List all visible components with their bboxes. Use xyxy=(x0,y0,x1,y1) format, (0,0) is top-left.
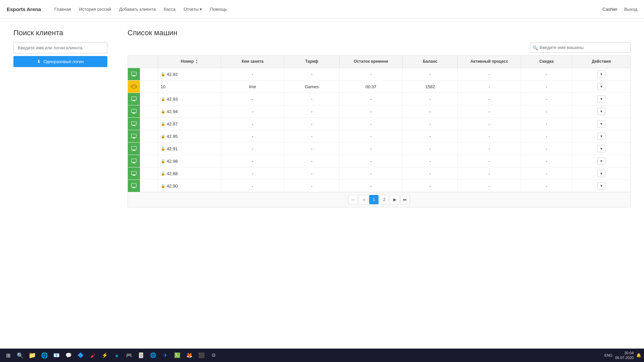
cell-occupied-by: - xyxy=(221,118,284,130)
svg-rect-26 xyxy=(133,163,136,163)
nav-logout[interactable]: Выход xyxy=(624,7,637,12)
page-2-btn[interactable]: 2 xyxy=(380,195,389,204)
lock-icon: 🔒 xyxy=(161,122,165,126)
svg-rect-30 xyxy=(132,184,137,187)
actions-cell[interactable]: ▾ xyxy=(572,118,630,130)
actions-cell[interactable]: ▾ xyxy=(572,93,630,105)
app7-icon[interactable]: 🎮 xyxy=(123,350,134,361)
actions-cell[interactable]: ▾ xyxy=(572,180,630,192)
cell-discount: - xyxy=(521,93,572,105)
nav-home[interactable]: Главная xyxy=(51,5,74,14)
taskbar-time: 20:04 xyxy=(615,351,634,355)
machine-search-input[interactable] xyxy=(530,42,631,53)
cell-balance: - xyxy=(402,143,458,155)
app9-icon[interactable]: 💹 xyxy=(172,350,183,361)
actions-cell[interactable]: ▾ xyxy=(572,81,630,93)
client-search-input[interactable] xyxy=(13,42,107,53)
actions-cell[interactable]: ▾ xyxy=(572,155,630,167)
expand-row-button[interactable]: ▾ xyxy=(597,95,605,103)
actions-cell[interactable]: ▾ xyxy=(572,105,630,118)
search-taskbar-icon[interactable]: 🔍 xyxy=(15,350,26,361)
cell-active-process: - xyxy=(458,167,521,180)
cell-time-left: - xyxy=(339,93,402,105)
cell-active-process: - xyxy=(458,155,521,167)
cell-tariff: - xyxy=(284,68,340,81)
actions-cell[interactable]: ▾ xyxy=(572,143,630,155)
actions-cell[interactable]: ▾ xyxy=(572,130,630,143)
svg-rect-23 xyxy=(133,150,136,151)
expand-row-button[interactable]: ▾ xyxy=(597,182,605,190)
cell-occupied-by: - xyxy=(221,180,284,192)
expand-row-button[interactable]: ▾ xyxy=(597,157,605,165)
nav-add-client[interactable]: Добавить клиента xyxy=(116,5,159,14)
expand-row-button[interactable]: ▾ xyxy=(597,145,605,152)
page-last-btn[interactable]: ⏭ xyxy=(400,195,410,204)
page-1-btn[interactable]: 1 xyxy=(369,195,379,204)
machine-icon-cell xyxy=(128,93,158,105)
outlook-icon[interactable]: 📧 xyxy=(51,350,62,361)
cell-tariff: - xyxy=(284,167,340,180)
cell-discount: - xyxy=(521,105,572,118)
expand-row-button[interactable]: ▾ xyxy=(597,70,605,78)
actions-cell[interactable]: ▾ xyxy=(572,167,630,180)
machine-number: 🔒42.98 xyxy=(158,155,221,167)
nav-sessions[interactable]: История сессий xyxy=(76,5,114,14)
brand: Esports Arena xyxy=(7,6,41,12)
cell-balance: - xyxy=(402,118,458,130)
cell-active-process: - xyxy=(458,68,521,81)
terminal-icon[interactable]: ⬛ xyxy=(196,350,207,361)
nav-help[interactable]: Помощь xyxy=(207,5,230,14)
skype-icon[interactable]: 💬 xyxy=(63,350,74,361)
machine-list-title: Список машин xyxy=(128,29,631,37)
network-icon[interactable]: 🌐 xyxy=(148,350,158,361)
machine-number: 🔒42.93 xyxy=(158,93,221,105)
lock-icon: 🔒 xyxy=(161,134,165,139)
page-next-btn[interactable]: ▶ xyxy=(390,195,399,204)
nav-reports[interactable]: Отчеты ▾ xyxy=(180,5,205,14)
col-tariff: Тариф xyxy=(284,56,340,68)
nav-username: Cashier xyxy=(602,7,617,12)
page-first-btn[interactable]: ⏮ xyxy=(348,195,358,204)
cell-balance: - xyxy=(402,130,458,143)
vs-icon[interactable]: 🔷 xyxy=(75,350,86,361)
cell-tariff: - xyxy=(284,180,340,192)
page-prev-btn[interactable]: ◀ xyxy=(359,195,368,204)
paint-icon[interactable]: 🖌 xyxy=(87,350,98,361)
col-number[interactable]: Номер ▲▼ xyxy=(158,56,221,68)
svg-rect-2 xyxy=(133,76,136,76)
expand-row-button[interactable]: ▾ xyxy=(597,120,605,127)
cell-time-left: - xyxy=(339,155,402,167)
col-occupied-by: Кем занята xyxy=(221,56,284,68)
start-button[interactable]: ⊞ xyxy=(3,350,13,361)
table-row: 🔒42.94------▾ xyxy=(128,105,630,118)
svg-point-8 xyxy=(135,86,136,87)
one-time-login-button[interactable]: ⬇ Одноразовый логин xyxy=(13,56,107,67)
expand-row-button[interactable]: ▾ xyxy=(597,133,605,140)
expand-row-button[interactable]: ▾ xyxy=(597,108,605,115)
machine-icon-cell xyxy=(128,143,158,155)
hearthstone-icon[interactable]: 🃏 xyxy=(136,350,146,361)
metamask-icon[interactable]: 🦊 xyxy=(184,350,195,361)
cell-balance: 1582 xyxy=(402,81,458,93)
cell-occupied-by: - xyxy=(221,143,284,155)
actions-cell[interactable]: ▾ xyxy=(572,68,630,81)
cell-active-process: - xyxy=(458,180,521,192)
table-header-row: Номер ▲▼ Кем занята Тариф Остаток времен… xyxy=(128,56,630,68)
machine-search-icon: 🔍 xyxy=(533,45,538,50)
chrome-icon[interactable]: 🌐 xyxy=(39,350,50,361)
telegram-icon[interactable]: ✈ xyxy=(160,350,170,361)
machine-icon-cell xyxy=(128,81,158,93)
nav-cashier[interactable]: Касса xyxy=(160,5,179,14)
hs-icon[interactable]: ♠ xyxy=(111,350,122,361)
expand-row-button[interactable]: ▾ xyxy=(597,83,605,90)
explorer-icon[interactable]: 📁 xyxy=(27,350,38,361)
table-row: 🔒42.93------▾ xyxy=(128,93,630,105)
svg-rect-0 xyxy=(132,72,137,75)
notification-area-icon[interactable]: 🔔 xyxy=(636,353,641,358)
cell-active-process: - xyxy=(458,130,521,143)
settings-icon[interactable]: ⚙ xyxy=(208,350,219,361)
cell-time-left: - xyxy=(339,68,402,81)
expand-row-button[interactable]: ▾ xyxy=(597,170,605,177)
machine-number: 🔒42.95 xyxy=(158,130,221,143)
phpstorm-icon[interactable]: ⚡ xyxy=(99,350,110,361)
